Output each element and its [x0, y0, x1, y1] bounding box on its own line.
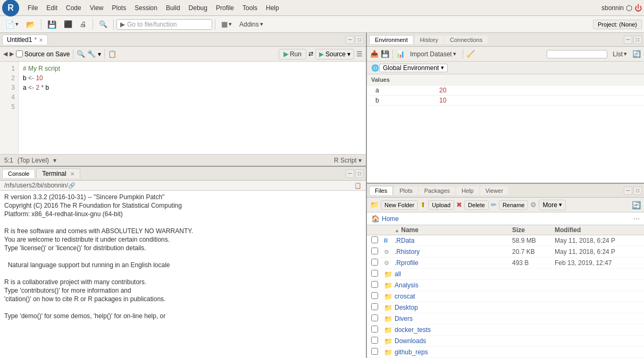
file-check-docker-tests[interactable] — [371, 326, 384, 334]
save-workspace-icon[interactable]: 💾 — [381, 50, 389, 58]
addins-button[interactable]: Addins ▾ — [236, 19, 266, 30]
search-icon[interactable]: 🔍 — [77, 50, 85, 58]
tab-history[interactable]: History — [415, 36, 444, 44]
import-dataset-button[interactable]: Import Dataset ▾ — [407, 49, 459, 59]
layout-button[interactable]: ▦▾ — [218, 19, 235, 30]
script-type-dropdown-icon[interactable]: ▾ — [358, 157, 362, 164]
file-name-github-reps[interactable]: github_reps — [395, 348, 512, 356]
file-check-divers[interactable] — [371, 314, 384, 323]
run-dropdown-icon[interactable]: ⇄ — [308, 50, 313, 57]
file-name-divers[interactable]: Divers — [395, 315, 512, 322]
list-button[interactable]: List ▾ — [609, 49, 630, 59]
col-modified-header[interactable]: Modified — [555, 226, 640, 234]
file-name-croscat[interactable]: croscat — [395, 293, 512, 300]
new-folder-button[interactable]: New Folder — [381, 200, 418, 210]
env-search-input[interactable] — [550, 51, 604, 57]
console-minimize-button[interactable]: ─ — [346, 169, 354, 178]
compile-icon[interactable]: 📋 — [108, 50, 116, 58]
code-tools-icon[interactable]: 🔧 — [87, 50, 96, 58]
env-maximize-button[interactable]: □ — [633, 36, 642, 44]
file-check-rhistory[interactable] — [371, 248, 384, 256]
tab-terminal[interactable]: Terminal ✕ — [36, 168, 80, 178]
editor-minimize-button[interactable]: ─ — [346, 36, 354, 44]
tab-help[interactable]: Help — [456, 186, 479, 195]
code-editor[interactable]: # My R script b <- 10 a <- 2 * b — [19, 62, 366, 154]
level-dropdown-icon[interactable]: ▾ — [53, 157, 56, 164]
upload-button[interactable]: Upload — [428, 200, 454, 210]
source-on-save-checkbox[interactable] — [16, 50, 23, 57]
tab-viewer[interactable]: Viewer — [480, 186, 508, 195]
nav-back-button[interactable]: ◀ — [3, 50, 7, 57]
tab-console[interactable]: Console — [2, 169, 35, 178]
tab-packages[interactable]: Packages — [419, 186, 455, 195]
menu-edit[interactable]: Edit — [42, 2, 62, 14]
files-minimize-button[interactable]: ─ — [624, 186, 632, 195]
col-size-header[interactable]: Size — [512, 226, 555, 234]
console-maximize-button[interactable]: □ — [355, 169, 364, 178]
console-output[interactable]: R version 3.3.2 (2016-10-31) -- "Sincere… — [0, 191, 366, 358]
project-button[interactable]: Project: (None) — [593, 20, 642, 29]
load-workspace-icon[interactable]: 📥 — [370, 50, 379, 58]
print-button[interactable]: 🖨 — [77, 19, 90, 30]
editor-tab-untitled1[interactable]: Untitled1 * ✕ — [2, 35, 48, 45]
find-button[interactable]: 🔍 — [96, 19, 111, 30]
env-search-box[interactable] — [547, 50, 607, 58]
files-path-menu-icon[interactable]: ⋯ — [633, 215, 640, 223]
file-name-rdata[interactable]: .RData — [395, 237, 512, 244]
file-check-all[interactable] — [371, 270, 384, 278]
delete-button[interactable]: Delete — [464, 200, 489, 210]
global-env-select[interactable]: Global Environment ▾ — [379, 64, 448, 72]
menu-build[interactable]: Build — [162, 2, 185, 14]
source-dropdown-icon[interactable]: ▾ — [347, 50, 350, 58]
terminal-close-icon[interactable]: ✕ — [70, 171, 74, 177]
menu-file[interactable]: File — [23, 2, 42, 14]
menu-tools[interactable]: Tools — [238, 2, 262, 14]
file-check-desktop[interactable] — [371, 303, 384, 312]
file-check-rprofile[interactable] — [371, 259, 384, 267]
editor-tab-close-icon[interactable]: ✕ — [39, 37, 43, 43]
editor-menu-icon[interactable]: ☰ — [356, 50, 363, 58]
run-button[interactable]: ▶ Run — [279, 49, 306, 59]
menu-session[interactable]: Session — [130, 2, 162, 14]
open-file-button[interactable]: 📂 — [23, 19, 38, 30]
file-name-docker-tests[interactable]: docker_tests — [395, 326, 512, 334]
goto-field[interactable]: ▶ Go to file/function — [116, 19, 212, 30]
menu-plots[interactable]: Plots — [108, 2, 131, 14]
save-button[interactable]: 💾 — [44, 19, 60, 30]
save-all-button[interactable]: ⬛ — [61, 19, 76, 30]
console-path-link-icon[interactable]: 🔗 — [68, 182, 76, 189]
menu-debug[interactable]: Debug — [185, 2, 212, 14]
env-refresh-icon[interactable]: 🔄 — [632, 50, 641, 58]
col-name-header[interactable]: ▲ Name — [395, 226, 512, 234]
menu-code[interactable]: Code — [62, 2, 86, 14]
export-icon[interactable]: ⬡ — [626, 4, 632, 12]
editor-maximize-button[interactable]: □ — [355, 36, 364, 44]
env-minimize-button[interactable]: ─ — [624, 36, 632, 44]
file-name-all[interactable]: all — [395, 270, 512, 278]
file-name-analysis[interactable]: Analysis — [395, 282, 512, 289]
console-copy-icon[interactable]: 📋 — [354, 182, 362, 189]
power-icon[interactable]: ⏻ — [634, 4, 642, 12]
files-refresh-button[interactable]: 🔄 — [632, 201, 641, 209]
nav-forward-button[interactable]: ▶ — [10, 50, 14, 57]
file-name-rprofile[interactable]: .Rprofile — [395, 259, 512, 267]
rename-button[interactable]: Rename — [499, 200, 529, 210]
file-check-downloads[interactable] — [371, 337, 384, 345]
menu-view[interactable]: View — [86, 2, 108, 14]
source-button[interactable]: ▶ Source ▾ — [315, 49, 354, 59]
file-name-rhistory[interactable]: .Rhistory — [395, 248, 512, 255]
clear-console-icon[interactable]: 🧹 — [466, 50, 475, 58]
file-check-croscat[interactable] — [371, 292, 384, 301]
file-check-analysis[interactable] — [371, 281, 384, 289]
menu-profile[interactable]: Profile — [212, 2, 238, 14]
tab-files[interactable]: Files — [369, 186, 393, 195]
tab-plots[interactable]: Plots — [394, 186, 417, 195]
files-maximize-button[interactable]: □ — [633, 186, 642, 195]
menu-help[interactable]: Help — [262, 2, 283, 14]
tab-connections[interactable]: Connections — [445, 36, 488, 44]
file-name-downloads[interactable]: Downloads — [395, 337, 512, 345]
tab-environment[interactable]: Environment — [369, 35, 414, 44]
new-file-button[interactable]: 📄▾ — [2, 19, 22, 30]
file-check-rdata[interactable] — [371, 236, 384, 245]
more-button[interactable]: More ▾ — [539, 200, 565, 210]
